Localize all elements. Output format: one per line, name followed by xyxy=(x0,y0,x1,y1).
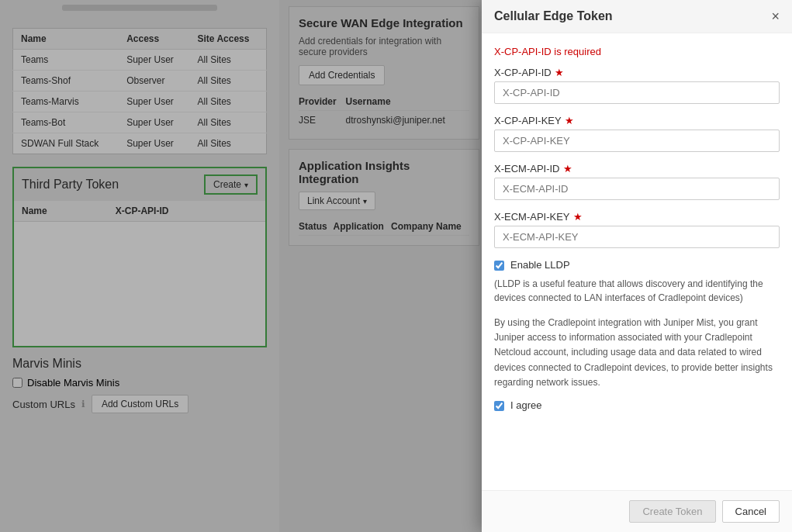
xcp-api-key-group: X-CP-API-KEY ★ xyxy=(494,115,780,152)
xecm-api-id-label: X-ECM-API-ID ★ xyxy=(494,163,780,174)
error-message: X-CP-API-ID is required xyxy=(494,46,780,57)
enable-lldp-row: Enable LLDP xyxy=(494,259,780,271)
xecm-api-id-group: X-ECM-API-ID ★ xyxy=(494,163,780,200)
enable-lldp-checkbox[interactable] xyxy=(494,261,504,271)
modal-close-button[interactable]: × xyxy=(771,9,780,23)
cancel-button[interactable]: Cancel xyxy=(722,500,780,523)
cellular-edge-token-modal: Cellular Edge Token × X-CP-API-ID is req… xyxy=(482,0,792,532)
enable-lldp-label: Enable LLDP xyxy=(510,259,570,271)
required-star-2: ★ xyxy=(565,115,574,126)
required-star-4: ★ xyxy=(573,211,583,223)
i-agree-checkbox[interactable] xyxy=(494,401,504,411)
i-agree-row: I agree xyxy=(494,399,780,411)
required-star-1: ★ xyxy=(555,67,564,78)
xecm-api-key-label: X-ECM-API-KEY ★ xyxy=(494,211,780,223)
modal-footer: Create Token Cancel xyxy=(482,490,792,532)
xcp-api-id-label: X-CP-API-ID ★ xyxy=(494,67,780,78)
xecm-api-key-group: X-ECM-API-KEY ★ xyxy=(494,211,780,248)
lldp-description: (LLDP is a useful feature that allows di… xyxy=(494,277,780,305)
modal-body: X-CP-API-ID is required X-CP-API-ID ★ X-… xyxy=(482,33,792,490)
modal-header: Cellular Edge Token × xyxy=(482,0,792,33)
xcp-api-id-group: X-CP-API-ID ★ xyxy=(494,67,780,104)
xcp-api-key-label: X-CP-API-KEY ★ xyxy=(494,115,780,126)
consent-text: By using the Cradlepoint integration wit… xyxy=(494,316,780,390)
xecm-api-id-input[interactable] xyxy=(494,178,780,200)
i-agree-label: I agree xyxy=(510,399,541,411)
xcp-api-id-input[interactable] xyxy=(494,81,780,104)
create-token-button[interactable]: Create Token xyxy=(629,500,715,523)
required-star-3: ★ xyxy=(563,163,572,174)
xcp-api-key-input[interactable] xyxy=(494,130,780,152)
xecm-api-key-input[interactable] xyxy=(494,226,780,248)
modal-title: Cellular Edge Token xyxy=(494,9,613,23)
